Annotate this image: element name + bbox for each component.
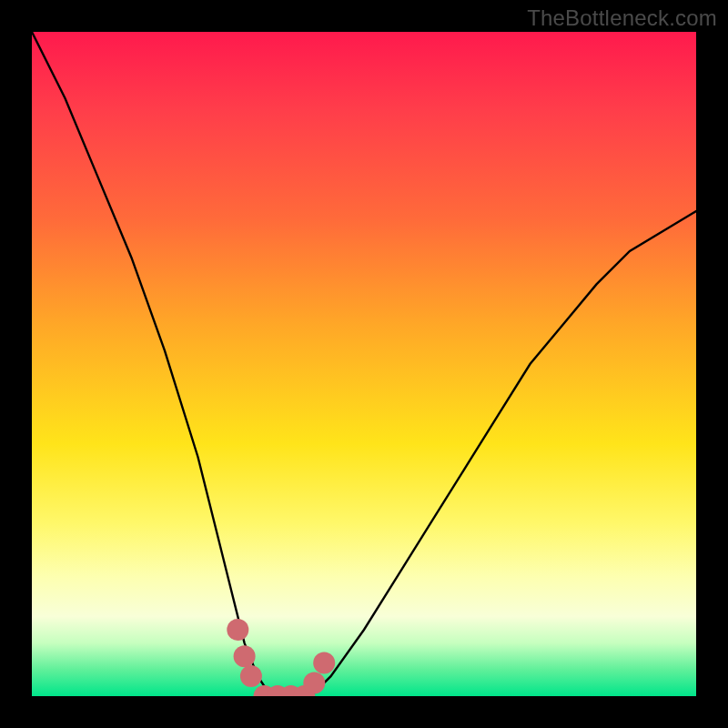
highlight-dots [227,619,335,696]
highlight-dot [234,645,256,667]
outer-frame: TheBottleneck.com [0,0,728,728]
highlight-dot [227,619,248,641]
highlight-dot [303,672,325,693]
highlight-dot [313,652,335,674]
highlight-dot [240,665,262,687]
chart-overlay [32,32,696,696]
watermark-text: TheBottleneck.com [527,5,717,31]
bottleneck-curve [32,32,696,696]
plot-area [32,32,696,696]
